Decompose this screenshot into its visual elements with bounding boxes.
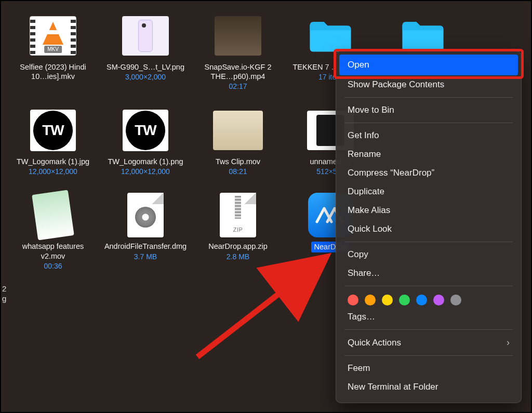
menu-separator (344, 286, 513, 286)
file-meta: 08:21 (229, 167, 247, 177)
file-name: whatsapp features v2.mov (11, 242, 95, 260)
file-meta: 12,000×12,000 (121, 167, 170, 177)
file-name: NearDrop.app.zip (208, 242, 268, 251)
menu-item-new-terminal[interactable]: New Terminal at Folder (336, 378, 521, 396)
cutoff-text-left: 2 g (2, 284, 6, 304)
menu-separator (344, 123, 513, 123)
menu-separator (344, 355, 513, 356)
kgf-icon (212, 12, 264, 59)
context-menu: Open Show Package Contents Move to Bin G… (336, 51, 522, 403)
menu-separator (344, 97, 513, 98)
tag-color-2[interactable] (382, 295, 393, 305)
mov-icon (212, 107, 264, 154)
vlc-icon: MKV (27, 12, 79, 59)
menu-item-compress[interactable]: Compress “NearDrop” (336, 164, 521, 182)
dmg-icon (119, 192, 171, 238)
file-meta: 2.8 MB (227, 252, 249, 262)
file-name: Tws Clip.mov (216, 157, 260, 166)
tag-color-6[interactable] (450, 295, 461, 305)
file-meta: 12,000×12,000 (29, 167, 77, 177)
file-name: SM-G990_S…t_LV.png (107, 62, 184, 72)
menu-item-quick-look[interactable]: Quick Look (336, 220, 521, 238)
tag-color-3[interactable] (399, 295, 410, 305)
file-name: AndroidFileTransfer.dmg (104, 242, 187, 251)
file-item[interactable]: ZIPNearDrop.app.zip2.8 MB (196, 192, 280, 271)
menu-item-rename[interactable]: Rename (336, 145, 521, 164)
menu-item-open[interactable]: Open (339, 55, 518, 75)
menu-separator (344, 329, 513, 330)
file-name: SnapSave.io-KGF 2 THE…p60).mp4 (196, 62, 280, 81)
phone-icon (119, 12, 171, 59)
menu-item-duplicate[interactable]: Duplicate (336, 182, 521, 201)
file-item[interactable]: TWTW_Logomark (1).png12,000×12,000 (104, 107, 187, 177)
tw-icon: TW (119, 107, 171, 154)
file-meta: 02:17 (229, 82, 247, 91)
menu-item-tags[interactable]: Tags… (336, 308, 521, 326)
menu-item-make-alias[interactable]: Make Alias (336, 201, 521, 220)
chevron-right-icon: › (507, 337, 510, 348)
tag-color-4[interactable] (416, 295, 427, 305)
menu-item-move-to-bin[interactable]: Move to Bin (336, 101, 521, 119)
tag-color-row (336, 289, 521, 308)
file-item[interactable]: Tws Clip.mov08:21 (196, 107, 280, 177)
menu-item-copy[interactable]: Copy (336, 245, 521, 264)
file-name: TW_Logomark (1).jpg (17, 157, 89, 166)
menu-item-share[interactable]: Share… (336, 264, 521, 283)
file-item[interactable]: MKVSelfiee (2023) Hindi 10…ies].mkv (11, 12, 95, 91)
file-item[interactable]: SnapSave.io-KGF 2 THE…p60).mp402:17 (196, 12, 280, 91)
file-item[interactable]: TWTW_Logomark (1).jpg12,000×12,000 (11, 107, 95, 177)
feat-icon (27, 192, 79, 238)
file-item[interactable]: SM-G990_S…t_LV.png3,000×2,000 (104, 12, 187, 91)
tag-color-1[interactable] (365, 295, 376, 305)
file-meta: 3.7 MB (134, 252, 157, 262)
tag-color-0[interactable] (348, 295, 358, 305)
menu-item-feem[interactable]: Feem (336, 359, 521, 378)
file-name: Selfiee (2023) Hindi 10…ies].mkv (11, 62, 95, 81)
zip-icon: ZIP (212, 192, 264, 238)
tw-icon: TW (27, 107, 79, 154)
file-item[interactable]: whatsapp features v2.mov00:36 (11, 192, 95, 271)
menu-separator (344, 242, 513, 242)
menu-item-show-package-contents[interactable]: Show Package Contents (336, 75, 521, 94)
file-name: TW_Logomark (1).png (108, 157, 183, 166)
menu-item-get-info[interactable]: Get Info (336, 126, 521, 145)
file-meta: 3,000×2,000 (125, 73, 166, 82)
tag-color-5[interactable] (433, 295, 444, 305)
menu-item-quick-actions[interactable]: Quick Actions › (336, 333, 521, 352)
file-item[interactable]: AndroidFileTransfer.dmg3.7 MB (104, 192, 187, 271)
file-meta: 00:36 (44, 262, 62, 271)
